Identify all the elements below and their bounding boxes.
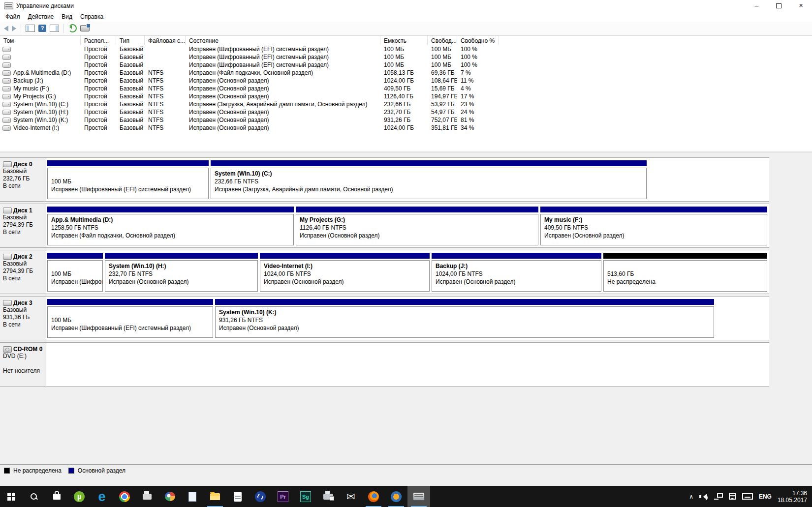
partition-text: 409,50 ГБ NTFS <box>544 224 767 232</box>
store-glyph <box>53 494 61 500</box>
partition[interactable]: 100 МБИсправен (Шифрованный (EFI) систем… <box>47 253 103 292</box>
premiere-glyph: Pr <box>278 491 288 502</box>
rescan-disks-icon[interactable] <box>80 25 90 31</box>
pane-splitter[interactable] <box>0 152 812 157</box>
partition-text: System (Win.10) (K:) <box>219 308 714 316</box>
partition-info: 513,60 ГБНе распределена <box>603 260 767 292</box>
taskbar-scanner-icon[interactable] <box>317 486 340 507</box>
taskbar-diskmgmt-icon[interactable] <box>407 486 430 507</box>
partition[interactable]: My music (F:)409,50 ГБ NTFSИсправен (Осн… <box>540 207 767 245</box>
taskbar-paint-icon[interactable] <box>158 486 181 507</box>
partition-text: Исправен (Загрузка, Аварийный дамп памят… <box>215 185 646 193</box>
partition-color-bar <box>47 207 294 212</box>
taskbar-premiere-icon[interactable]: Pr <box>272 486 294 507</box>
clock[interactable]: 17:36 18.05.2017 <box>778 490 807 504</box>
taskbar-notepad-icon[interactable] <box>181 486 204 507</box>
refresh-icon[interactable] <box>68 24 77 32</box>
partition[interactable]: Backup (J:)1024,00 ГБ NTFSИсправен (Осно… <box>432 253 601 292</box>
volume-icon[interactable] <box>699 493 708 500</box>
volume-row[interactable]: Простой Базовый Исправен (Шифрованный (E… <box>0 61 812 69</box>
tray-chevron-up-icon[interactable]: ∧ <box>689 493 693 500</box>
keyboard-icon[interactable] <box>742 493 753 500</box>
partition[interactable]: System (Win.10) (C:)232,66 ГБ NTFSИсправ… <box>211 160 647 199</box>
diskmgmt-glyph <box>413 492 425 501</box>
minimize-button[interactable]: – <box>746 0 768 11</box>
taskbar-explorer-icon[interactable] <box>204 486 226 507</box>
action-center-icon[interactable] <box>729 493 736 500</box>
taskbar-search-icon[interactable] <box>23 486 45 507</box>
taskbar-start-icon[interactable] <box>0 486 23 507</box>
taskbar-firefox-icon[interactable] <box>362 486 385 507</box>
partition-info: Backup (J:)1024,00 ГБ NTFSИсправен (Осно… <box>432 260 601 292</box>
maximize-button[interactable] <box>768 0 790 11</box>
volume-row[interactable]: My Projects (G:) Простой Базовый NTFS Ис… <box>0 92 812 100</box>
col-free[interactable]: Свобод... <box>428 36 457 45</box>
forward-icon[interactable] <box>12 26 16 31</box>
partition-info: 100 МБИсправен (Шифрованный (EFI) систем… <box>47 168 209 199</box>
volume-row[interactable]: My music (F:) Простой Базовый NTFS Испра… <box>0 85 812 92</box>
taskbar-chrome-icon[interactable] <box>113 486 136 507</box>
volume-row[interactable]: System (Win.10) (K:) Простой Базовый NTF… <box>0 116 812 124</box>
taskbar-browser-icon[interactable] <box>385 486 407 507</box>
menu-file[interactable]: Файл <box>1 12 24 21</box>
col-free-pct[interactable]: Свободно % <box>457 36 499 45</box>
disk-info-line: Базовый <box>3 260 45 268</box>
partition[interactable]: System (Win.10) (K:)931,26 ГБ NTFSИсправ… <box>215 299 714 338</box>
col-layout[interactable]: Распол... <box>81 36 116 45</box>
taskbar-speedgrade-icon[interactable]: Sg <box>294 486 317 507</box>
disk-header-3[interactable]: Диск 3Базовый931,36 ГБВ сети <box>0 297 46 340</box>
partition-text: 232,66 ГБ NTFS <box>215 178 646 185</box>
partition[interactable]: 100 МБИсправен (Шифрованный (EFI) систем… <box>47 299 213 338</box>
partition-text: Исправен (Основной раздел) <box>544 232 767 239</box>
volume-row[interactable]: App.& Multimedia (D:) Простой Базовый NT… <box>0 69 812 77</box>
volume-row[interactable]: Простой Базовый Исправен (Шифрованный (E… <box>0 53 812 61</box>
menu-help[interactable]: Справка <box>76 12 107 21</box>
menu-view[interactable]: Вид <box>58 12 76 21</box>
language-indicator[interactable]: ENG <box>759 493 772 500</box>
disk-header-2[interactable]: Диск 2Базовый2794,39 ГБВ сети <box>0 250 46 294</box>
partition[interactable]: System (Win.10) (H:)232,70 ГБ NTFSИсправ… <box>105 253 258 292</box>
speedgrade-glyph: Sg <box>300 491 311 502</box>
network-icon[interactable] <box>714 493 723 500</box>
taskbar-edge-icon[interactable]: e <box>91 486 113 507</box>
col-type[interactable]: Тип <box>116 36 145 45</box>
disk-header-1[interactable]: Диск 1Базовый2794,39 ГБВ сети <box>0 204 46 247</box>
volumes-table-header: Том Распол... Тип Файловая с... Состояни… <box>0 35 812 45</box>
partition-text: Исправен (Основной раздел) <box>219 324 714 332</box>
help-icon[interactable]: ? <box>38 25 46 32</box>
unallocated-region[interactable]: 513,60 ГБНе распределена <box>603 253 767 292</box>
col-capacity[interactable]: Емкость <box>380 36 428 45</box>
taskbar-fax-icon[interactable] <box>136 486 158 507</box>
console-tree-icon[interactable] <box>26 25 35 32</box>
taskbar-sync-icon[interactable] <box>249 486 272 507</box>
back-icon[interactable] <box>4 26 8 31</box>
partition-text: 100 МБ <box>51 270 102 278</box>
taskbar-store-icon[interactable] <box>45 486 68 507</box>
volume-row[interactable]: System (Win.10) (H:) Простой Базовый NTF… <box>0 108 812 116</box>
taskbar-calculator-icon[interactable] <box>226 486 249 507</box>
disk-header-0[interactable]: Диск 0Базовый232,76 ГБВ сети <box>0 158 46 201</box>
volumes-table: Том Распол... Тип Файловая с... Состояни… <box>0 35 812 152</box>
col-status[interactable]: Состояние <box>186 36 380 45</box>
action-pane-icon[interactable] <box>50 25 59 32</box>
col-filesystem[interactable]: Файловая с... <box>145 36 186 45</box>
partition[interactable]: 100 МБИсправен (Шифрованный (EFI) систем… <box>47 160 209 199</box>
disk-info-line: В сети <box>3 229 45 236</box>
close-button[interactable]: × <box>790 0 812 11</box>
volume-row[interactable]: System (Win.10) (C:) Простой Базовый NTF… <box>0 100 812 108</box>
partition[interactable]: App.& Multimedia (D:)1258,50 ГБ NTFSИспр… <box>47 207 294 245</box>
partition[interactable]: My Projects (G:)1126,40 ГБ NTFSИсправен … <box>296 207 538 245</box>
toolbar: ? <box>0 22 812 35</box>
disk-header-4[interactable]: CD-ROM 0DVD (E:)Нет носителя <box>0 343 46 386</box>
menu-action[interactable]: Действие <box>24 12 58 21</box>
volume-row[interactable]: Простой Базовый Исправен (Шифрованный (E… <box>0 45 812 53</box>
partition-text: 232,70 ГБ NTFS <box>109 270 257 278</box>
partition-color-bar <box>296 207 538 212</box>
taskbar-mail-icon[interactable]: ✉ <box>340 486 362 507</box>
taskbar-utorrent-icon[interactable]: µ <box>68 486 91 507</box>
col-volume[interactable]: Том <box>0 36 81 45</box>
partition[interactable]: Video-Internet (I:)1024,00 ГБ NTFSИсправ… <box>260 253 430 292</box>
volume-row[interactable]: Backup (J:) Простой Базовый NTFS Исправе… <box>0 77 812 85</box>
volume-icon <box>2 55 11 60</box>
volume-row[interactable]: Video-Internet (I:) Простой Базовый NTFS… <box>0 124 812 132</box>
